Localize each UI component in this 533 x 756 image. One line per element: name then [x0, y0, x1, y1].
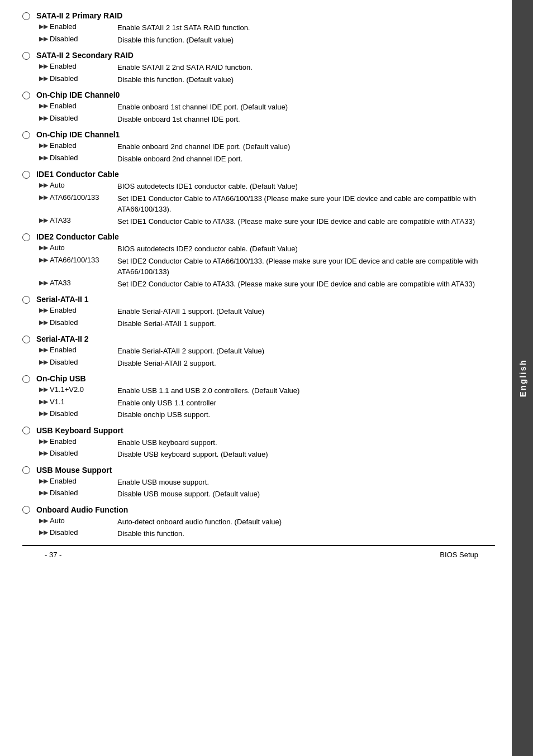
- option-value-text: Enable onboard 2nd channel IDE port. (De…: [117, 141, 495, 152]
- option-key-text: V1.1: [50, 398, 65, 406]
- option-key-text: Auto: [50, 243, 65, 252]
- option-value-text: Disable this function. (Default value): [117, 35, 495, 46]
- circle-icon: [22, 506, 30, 514]
- option-key: ▶▶ Enabled: [39, 62, 117, 70]
- arrow-icon: ▶▶: [39, 449, 48, 457]
- section-title-on-chip-ide-channel1: On-Chip IDE Channel1: [22, 130, 495, 139]
- option-row: ▶▶ EnabledEnable SATAII 2 2nd SATA RAID …: [22, 62, 495, 73]
- option-key: ▶▶ Disabled: [39, 449, 117, 457]
- option-value-text: Enable only USB 1.1 controller: [117, 398, 495, 409]
- option-value-text: Enable Serial-ATAII 2 support. (Default …: [117, 346, 495, 357]
- option-key: ▶▶ Enabled: [39, 437, 117, 446]
- option-key-text: ATA66/100/133: [50, 193, 99, 202]
- arrow-icon: ▶▶: [39, 181, 48, 189]
- section-title-serial-ata-ii-1: Serial-ATA-II 1: [22, 295, 495, 304]
- arrow-icon: ▶▶: [39, 477, 48, 485]
- arrow-icon: ▶▶: [39, 35, 48, 42]
- option-key-text: Auto: [50, 181, 65, 189]
- option-value-text: Set IDE1 Conductor Cable to ATA33. (Plea…: [117, 216, 495, 227]
- option-key: ▶▶ Enabled: [39, 141, 117, 150]
- option-row: ▶▶ DisabledDisable this function. (Defau…: [22, 35, 495, 46]
- option-key: ▶▶ Auto: [39, 516, 117, 525]
- option-key-text: Enabled: [50, 477, 77, 485]
- option-value-text: Enable USB keyboard support.: [117, 437, 495, 448]
- section-heading: Serial-ATA-II 2: [36, 334, 89, 343]
- arrow-icon: ▶▶: [39, 244, 48, 251]
- option-key-text: Disabled: [50, 35, 78, 43]
- option-key-text: Auto: [50, 516, 65, 525]
- section-sata2-secondary-raid: SATA-II 2 Secondary RAID▶▶ EnabledEnable…: [22, 51, 495, 85]
- main-content: SATA-II 2 Primary RAID▶▶ EnabledEnable S…: [0, 0, 512, 756]
- option-row: ▶▶ DisabledDisable onboard 2nd channel I…: [22, 154, 495, 165]
- option-value-text: Disable Serial-ATAII 2 support.: [117, 358, 495, 369]
- option-row: ▶▶ V1.1Enable only USB 1.1 controller: [22, 398, 495, 409]
- option-value-text: Enable Serial-ATAII 1 support. (Default …: [117, 306, 495, 317]
- section-ide2-conductor-cable: IDE2 Conductor Cable▶▶ AutoBIOS autodete…: [22, 232, 495, 289]
- option-row: ▶▶ DisabledDisable Serial-ATAII 2 suppor…: [22, 358, 495, 369]
- option-row: ▶▶ EnabledEnable USB mouse support.: [22, 477, 495, 488]
- section-title-usb-keyboard-support: USB Keyboard Support: [22, 426, 495, 435]
- option-row: ▶▶ DisabledDisable onchip USB support.: [22, 409, 495, 420]
- option-key-text: Enabled: [50, 141, 77, 150]
- arrow-icon: ▶▶: [39, 410, 48, 417]
- option-value-text: Set IDE1 Conductor Cable to ATA66/100/13…: [117, 193, 495, 215]
- section-heading: USB Mouse Support: [36, 466, 112, 475]
- circle-icon: [22, 427, 30, 434]
- arrow-icon: ▶▶: [39, 489, 48, 496]
- option-key-text: Enabled: [50, 62, 77, 70]
- section-heading: On-Chip USB: [36, 374, 86, 383]
- option-key-text: Disabled: [50, 358, 78, 366]
- option-key: ▶▶ Enabled: [39, 22, 117, 31]
- arrow-icon: ▶▶: [39, 386, 48, 393]
- option-value-text: Enable onboard 1st channel IDE port. (De…: [117, 102, 495, 113]
- arrow-icon: ▶▶: [39, 346, 48, 353]
- option-row: ▶▶ ATA33Set IDE1 Conductor Cable to ATA3…: [22, 216, 495, 227]
- option-key: ▶▶ ATA66/100/133: [39, 193, 117, 202]
- option-key-text: V1.1+V2.0: [50, 385, 84, 394]
- section-on-chip-usb: On-Chip USB▶▶ V1.1+V2.0Enable USB 1.1 an…: [22, 374, 495, 420]
- section-usb-keyboard-support: USB Keyboard Support▶▶ EnabledEnable USB…: [22, 426, 495, 460]
- arrow-icon: ▶▶: [39, 398, 48, 405]
- option-value-text: Disable Serial-ATAII 1 support.: [117, 318, 495, 329]
- circle-icon: [22, 171, 30, 179]
- option-key-text: Disabled: [50, 528, 78, 537]
- option-key: ▶▶ Disabled: [39, 409, 117, 418]
- option-value-text: BIOS autodetects IDE1 conductor cable. (…: [117, 181, 495, 192]
- option-key: ▶▶ Enabled: [39, 306, 117, 314]
- option-key: ▶▶ V1.1+V2.0: [39, 385, 117, 394]
- circle-icon: [22, 466, 30, 474]
- arrow-icon: ▶▶: [39, 358, 48, 366]
- option-key: ▶▶ Enabled: [39, 346, 117, 354]
- section-heading: On-Chip IDE Channel0: [36, 90, 120, 99]
- option-key: ▶▶ Disabled: [39, 35, 117, 43]
- option-key-text: ATA66/100/133: [50, 256, 99, 264]
- section-title-ide1-conductor-cable: IDE1 Conductor Cable: [22, 170, 495, 179]
- option-value-text: Enable USB 1.1 and USB 2.0 controllers. …: [117, 385, 495, 396]
- section-title-onboard-audio-function: Onboard Audio Function: [22, 505, 495, 514]
- sidebar: English: [512, 0, 533, 756]
- footer-title: BIOS Setup: [440, 551, 478, 559]
- option-row: ▶▶ ATA33Set IDE2 Conductor Cable to ATA3…: [22, 279, 495, 290]
- option-key-text: Enabled: [50, 22, 77, 31]
- section-title-usb-mouse-support: USB Mouse Support: [22, 466, 495, 475]
- option-row: ▶▶ EnabledEnable USB keyboard support.: [22, 437, 495, 448]
- option-value-text: Disable this function. (Default value): [117, 74, 495, 85]
- arrow-icon: ▶▶: [39, 142, 48, 149]
- page-number: - 37 -: [45, 551, 61, 559]
- option-key-text: Enabled: [50, 102, 77, 110]
- arrow-icon: ▶▶: [39, 102, 48, 109]
- section-heading: On-Chip IDE Channel1: [36, 130, 120, 139]
- section-title-on-chip-usb: On-Chip USB: [22, 374, 495, 383]
- section-heading: IDE2 Conductor Cable: [36, 232, 119, 241]
- option-key: ▶▶ V1.1: [39, 398, 117, 406]
- section-heading: SATA-II 2 Secondary RAID: [36, 51, 134, 60]
- option-row: ▶▶ AutoBIOS autodetects IDE2 conductor c…: [22, 243, 495, 255]
- option-key-text: Disabled: [50, 114, 78, 122]
- arrow-icon: ▶▶: [39, 256, 48, 264]
- section-sata2-primary-raid: SATA-II 2 Primary RAID▶▶ EnabledEnable S…: [22, 11, 495, 45]
- option-row: ▶▶ EnabledEnable onboard 2nd channel IDE…: [22, 141, 495, 152]
- section-serial-ata-ii-2: Serial-ATA-II 2▶▶ EnabledEnable Serial-A…: [22, 334, 495, 369]
- option-value-text: Disable this function.: [117, 528, 495, 539]
- sidebar-label: English: [518, 359, 527, 397]
- option-value-text: Auto-detect onboard audio function. (Def…: [117, 516, 495, 528]
